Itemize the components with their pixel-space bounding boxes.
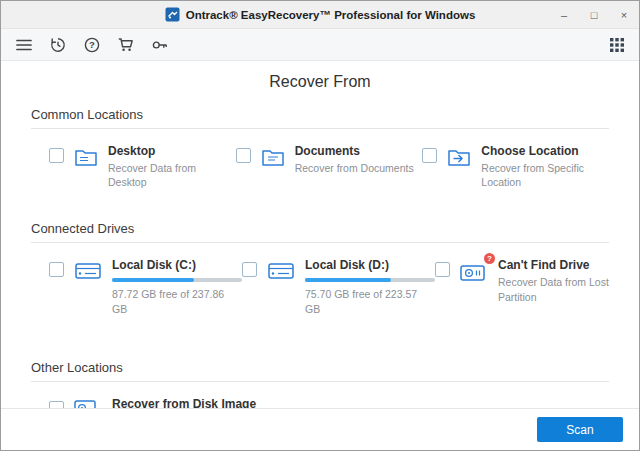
cart-icon[interactable] [113, 32, 138, 57]
window-title: Ontrack® EasyRecovery™ Professional for … [186, 9, 476, 21]
help-icon[interactable]: ? [79, 32, 104, 57]
drive-name: Local Disk (D:) [305, 258, 435, 272]
scan-button[interactable]: Scan [537, 417, 623, 442]
item-subtitle: Recover from Documents [295, 161, 414, 175]
hard-drive-icon [266, 258, 296, 284]
drive-name: Local Disk (C:) [112, 258, 242, 272]
section-title: Connected Drives [31, 221, 609, 236]
maximize-button[interactable]: □ [579, 1, 609, 28]
item-text: Choose Location Recover from Specific Lo… [481, 144, 609, 189]
section-divider [31, 242, 609, 243]
license-key-icon[interactable] [147, 32, 172, 57]
drive-c-checkbox[interactable] [49, 262, 64, 277]
history-icon[interactable] [45, 32, 70, 57]
documents-checkbox[interactable] [236, 148, 251, 163]
title-group: Ontrack® EasyRecovery™ Professional for … [165, 7, 476, 22]
section-title: Common Locations [31, 107, 609, 122]
common-locations-grid: Desktop Recover Data from Desktop Docume… [31, 144, 609, 189]
documents-folder-icon [260, 144, 286, 170]
footer: Scan [1, 408, 639, 450]
disk-usage-fill [112, 278, 194, 282]
question-badge: ? [484, 253, 495, 264]
section-title: Other Locations [31, 360, 609, 375]
drive-capacity: 75.70 GB free of 223.57 GB [305, 287, 435, 315]
app-logo-icon [165, 7, 180, 22]
cant-find-drive-checkbox[interactable] [435, 262, 450, 277]
page-title: Recover From [31, 73, 609, 91]
svg-text:?: ? [89, 39, 95, 50]
window-controls: – □ × [549, 1, 639, 28]
menu-icon[interactable] [11, 32, 36, 57]
item-text: Can't Find Drive Recover Data from Lost … [498, 258, 609, 303]
choose-location-checkbox[interactable] [422, 148, 437, 163]
close-button[interactable]: × [609, 1, 639, 28]
disk-usage-fill [305, 278, 391, 282]
desktop-folder-icon [73, 144, 99, 170]
desktop-checkbox[interactable] [49, 148, 64, 163]
item-title: Desktop [108, 144, 236, 158]
item-title: Can't Find Drive [498, 258, 609, 272]
apps-grid-icon[interactable] [604, 32, 629, 57]
drive-item-c[interactable]: Local Disk (C:) 87.72 GB free of 237.86 … [49, 258, 242, 315]
location-item-choose-location[interactable]: Choose Location Recover from Specific Lo… [422, 144, 609, 189]
minimize-button[interactable]: – [549, 1, 579, 28]
drive-d-checkbox[interactable] [242, 262, 257, 277]
app-window: Ontrack® EasyRecovery™ Professional for … [0, 0, 640, 451]
main-content: Recover From Common Locations Desktop Re… [1, 73, 639, 442]
item-subtitle: Recover Data from Desktop [108, 161, 236, 189]
location-item-documents[interactable]: Documents Recover from Documents [236, 144, 423, 189]
drive-item-cant-find[interactable]: ? Can't Find Drive Recover Data from Los… [435, 258, 609, 315]
item-subtitle: Recover Data from Lost Partition [498, 275, 609, 303]
item-text: Local Disk (D:) 75.70 GB free of 223.57 … [305, 258, 435, 315]
connected-drives-grid: Local Disk (C:) 87.72 GB free of 237.86 … [31, 258, 609, 315]
drive-item-d[interactable]: Local Disk (D:) 75.70 GB free of 223.57 … [242, 258, 435, 315]
section-divider [31, 381, 609, 382]
section-connected-drives: Connected Drives Local Disk (C:) 87.72 G… [31, 221, 609, 315]
disk-usage-bar [112, 278, 242, 282]
section-divider [31, 128, 609, 129]
location-item-desktop[interactable]: Desktop Recover Data from Desktop [49, 144, 236, 189]
title-bar: Ontrack® EasyRecovery™ Professional for … [1, 1, 639, 29]
item-subtitle: Recover from Specific Location [481, 161, 609, 189]
toolbar: ? [1, 29, 639, 61]
item-title: Choose Location [481, 144, 609, 158]
disk-usage-bar [305, 278, 435, 282]
item-title: Documents [295, 144, 414, 158]
item-text: Documents Recover from Documents [295, 144, 414, 175]
hard-drive-icon [73, 258, 103, 284]
lost-drive-icon: ? [459, 258, 489, 286]
item-text: Local Disk (C:) 87.72 GB free of 237.86 … [112, 258, 242, 315]
choose-location-folder-icon [446, 144, 472, 170]
item-text: Desktop Recover Data from Desktop [108, 144, 236, 189]
section-common-locations: Common Locations Desktop Recover Data fr… [31, 107, 609, 189]
drive-capacity: 87.72 GB free of 237.86 GB [112, 287, 242, 315]
